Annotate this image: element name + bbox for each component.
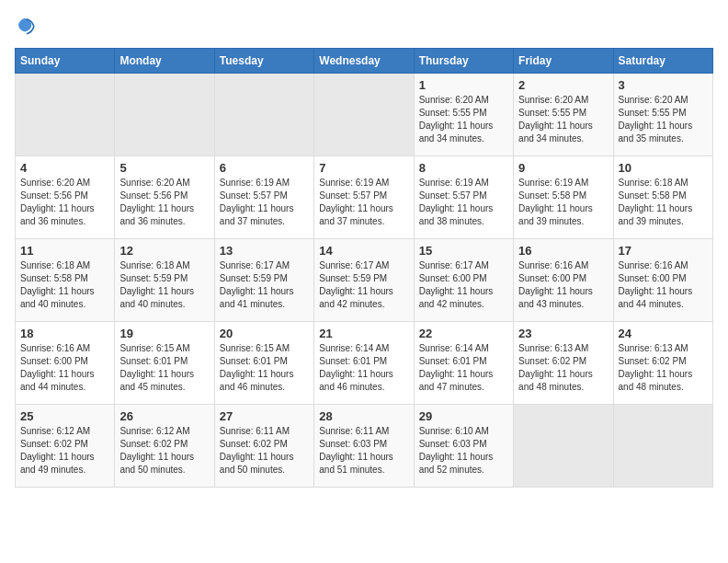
day-info: Sunrise: 6:20 AMSunset: 5:56 PMDaylight:… (119, 177, 209, 228)
day-number: 22 (419, 327, 508, 340)
day-info: Sunrise: 6:17 AMSunset: 5:59 PMDaylight:… (220, 259, 309, 311)
calendar-cell: 2Sunrise: 6:20 AMSunset: 5:55 PMDaylight… (514, 74, 613, 156)
calendar-week-row: 18Sunrise: 6:16 AMSunset: 6:00 PMDayligh… (16, 322, 713, 405)
calendar-cell: 20Sunrise: 6:15 AMSunset: 6:01 PMDayligh… (214, 322, 313, 405)
day-number: 4 (20, 161, 109, 175)
day-info: Sunrise: 6:19 AMSunset: 5:57 PMDaylight:… (419, 177, 508, 228)
day-number: 27 (220, 409, 309, 423)
day-info: Sunrise: 6:20 AMSunset: 5:55 PMDaylight:… (419, 94, 508, 145)
calendar-cell: 12Sunrise: 6:18 AMSunset: 5:59 PMDayligh… (115, 239, 214, 322)
day-info: Sunrise: 6:16 AMSunset: 6:00 PMDaylight:… (20, 342, 109, 394)
calendar-cell: 19Sunrise: 6:15 AMSunset: 6:01 PMDayligh… (115, 322, 214, 405)
day-number: 15 (419, 244, 508, 258)
day-info: Sunrise: 6:17 AMSunset: 6:00 PMDaylight:… (419, 259, 508, 311)
logo (15, 15, 40, 37)
day-number: 6 (220, 161, 309, 175)
calendar-cell: 4Sunrise: 6:20 AMSunset: 5:56 PMDaylight… (16, 156, 115, 239)
day-number: 28 (319, 409, 408, 423)
day-info: Sunrise: 6:18 AMSunset: 5:58 PMDaylight:… (619, 177, 708, 228)
calendar-cell: 21Sunrise: 6:14 AMSunset: 6:01 PMDayligh… (314, 322, 414, 405)
day-number: 16 (518, 244, 608, 258)
calendar-header: SundayMondayTuesdayWednesdayThursdayFrid… (16, 49, 713, 74)
day-info: Sunrise: 6:16 AMSunset: 6:00 PMDaylight:… (518, 259, 608, 311)
day-number: 19 (119, 327, 209, 340)
day-info: Sunrise: 6:20 AMSunset: 5:55 PMDaylight:… (619, 94, 708, 145)
day-info: Sunrise: 6:12 AMSunset: 6:02 PMDaylight:… (20, 425, 109, 477)
day-number: 9 (518, 161, 608, 175)
day-info: Sunrise: 6:19 AMSunset: 5:57 PMDaylight:… (319, 177, 408, 228)
day-info: Sunrise: 6:19 AMSunset: 5:58 PMDaylight:… (518, 177, 608, 228)
day-number: 23 (518, 327, 608, 340)
calendar-cell (16, 74, 115, 156)
calendar-cell (314, 74, 414, 156)
day-number: 7 (319, 161, 408, 175)
calendar-cell: 7Sunrise: 6:19 AMSunset: 5:57 PMDaylight… (314, 156, 414, 239)
day-info: Sunrise: 6:11 AMSunset: 6:02 PMDaylight:… (220, 425, 309, 477)
day-info: Sunrise: 6:20 AMSunset: 5:55 PMDaylight:… (518, 94, 608, 145)
day-info: Sunrise: 6:17 AMSunset: 5:59 PMDaylight:… (319, 259, 408, 311)
weekday-header: Wednesday (314, 49, 414, 74)
day-number: 1 (419, 78, 508, 92)
day-info: Sunrise: 6:18 AMSunset: 5:59 PMDaylight:… (119, 259, 209, 311)
day-number: 26 (119, 409, 209, 423)
day-info: Sunrise: 6:20 AMSunset: 5:56 PMDaylight:… (20, 177, 109, 228)
day-number: 29 (419, 409, 508, 423)
calendar-cell: 17Sunrise: 6:16 AMSunset: 6:00 PMDayligh… (613, 239, 712, 322)
calendar-cell: 1Sunrise: 6:20 AMSunset: 5:55 PMDaylight… (414, 74, 513, 156)
calendar-cell: 18Sunrise: 6:16 AMSunset: 6:00 PMDayligh… (16, 322, 115, 405)
day-number: 12 (119, 244, 209, 258)
day-number: 20 (220, 327, 309, 340)
day-number: 18 (20, 327, 109, 340)
weekday-header: Tuesday (214, 49, 313, 74)
day-number: 13 (220, 244, 309, 258)
day-info: Sunrise: 6:11 AMSunset: 6:03 PMDaylight:… (319, 425, 408, 477)
calendar-cell: 5Sunrise: 6:20 AMSunset: 5:56 PMDaylight… (115, 156, 214, 239)
calendar-cell: 6Sunrise: 6:19 AMSunset: 5:57 PMDaylight… (214, 156, 313, 239)
calendar-week-row: 25Sunrise: 6:12 AMSunset: 6:02 PMDayligh… (16, 405, 713, 488)
day-info: Sunrise: 6:19 AMSunset: 5:57 PMDaylight:… (220, 177, 309, 228)
calendar-cell: 26Sunrise: 6:12 AMSunset: 6:02 PMDayligh… (115, 405, 214, 488)
calendar-cell: 28Sunrise: 6:11 AMSunset: 6:03 PMDayligh… (314, 405, 414, 488)
weekday-header: Friday (514, 49, 613, 74)
day-number: 11 (20, 244, 109, 258)
day-number: 10 (619, 161, 708, 175)
day-info: Sunrise: 6:12 AMSunset: 6:02 PMDaylight:… (119, 425, 209, 477)
calendar-cell (613, 405, 712, 488)
calendar-cell: 22Sunrise: 6:14 AMSunset: 6:01 PMDayligh… (414, 322, 513, 405)
calendar-cell: 27Sunrise: 6:11 AMSunset: 6:02 PMDayligh… (214, 405, 313, 488)
day-number: 17 (619, 244, 708, 258)
day-info: Sunrise: 6:14 AMSunset: 6:01 PMDaylight:… (319, 342, 408, 394)
calendar-cell: 8Sunrise: 6:19 AMSunset: 5:57 PMDaylight… (414, 156, 513, 239)
day-info: Sunrise: 6:18 AMSunset: 5:58 PMDaylight:… (20, 259, 109, 311)
calendar-week-row: 11Sunrise: 6:18 AMSunset: 5:58 PMDayligh… (16, 239, 713, 322)
calendar-cell: 9Sunrise: 6:19 AMSunset: 5:58 PMDaylight… (514, 156, 613, 239)
calendar-cell (115, 74, 214, 156)
calendar-cell: 15Sunrise: 6:17 AMSunset: 6:00 PMDayligh… (414, 239, 513, 322)
day-info: Sunrise: 6:14 AMSunset: 6:01 PMDaylight:… (419, 342, 508, 394)
calendar-cell (514, 405, 613, 488)
day-info: Sunrise: 6:13 AMSunset: 6:02 PMDaylight:… (619, 342, 708, 394)
day-number: 14 (319, 244, 408, 258)
calendar-table: SundayMondayTuesdayWednesdayThursdayFrid… (15, 48, 713, 488)
calendar-cell: 16Sunrise: 6:16 AMSunset: 6:00 PMDayligh… (514, 239, 613, 322)
day-info: Sunrise: 6:15 AMSunset: 6:01 PMDaylight:… (119, 342, 209, 394)
day-info: Sunrise: 6:13 AMSunset: 6:02 PMDaylight:… (518, 342, 608, 394)
calendar-cell: 23Sunrise: 6:13 AMSunset: 6:02 PMDayligh… (514, 322, 613, 405)
calendar-cell: 25Sunrise: 6:12 AMSunset: 6:02 PMDayligh… (16, 405, 115, 488)
weekday-header: Thursday (414, 49, 513, 74)
day-number: 3 (619, 78, 708, 92)
day-info: Sunrise: 6:16 AMSunset: 6:00 PMDaylight:… (619, 259, 708, 311)
weekday-header: Monday (115, 49, 214, 74)
calendar-cell: 11Sunrise: 6:18 AMSunset: 5:58 PMDayligh… (16, 239, 115, 322)
calendar-cell: 3Sunrise: 6:20 AMSunset: 5:55 PMDaylight… (613, 74, 712, 156)
calendar-cell: 10Sunrise: 6:18 AMSunset: 5:58 PMDayligh… (613, 156, 712, 239)
calendar-week-row: 4Sunrise: 6:20 AMSunset: 5:56 PMDaylight… (16, 156, 713, 239)
calendar-cell: 13Sunrise: 6:17 AMSunset: 5:59 PMDayligh… (214, 239, 313, 322)
day-info: Sunrise: 6:10 AMSunset: 6:03 PMDaylight:… (419, 425, 508, 477)
calendar-cell: 24Sunrise: 6:13 AMSunset: 6:02 PMDayligh… (613, 322, 712, 405)
header (15, 15, 713, 37)
day-info: Sunrise: 6:15 AMSunset: 6:01 PMDaylight:… (220, 342, 309, 394)
weekday-header: Saturday (613, 49, 712, 74)
calendar-week-row: 1Sunrise: 6:20 AMSunset: 5:55 PMDaylight… (16, 74, 713, 156)
calendar-cell: 29Sunrise: 6:10 AMSunset: 6:03 PMDayligh… (414, 405, 513, 488)
